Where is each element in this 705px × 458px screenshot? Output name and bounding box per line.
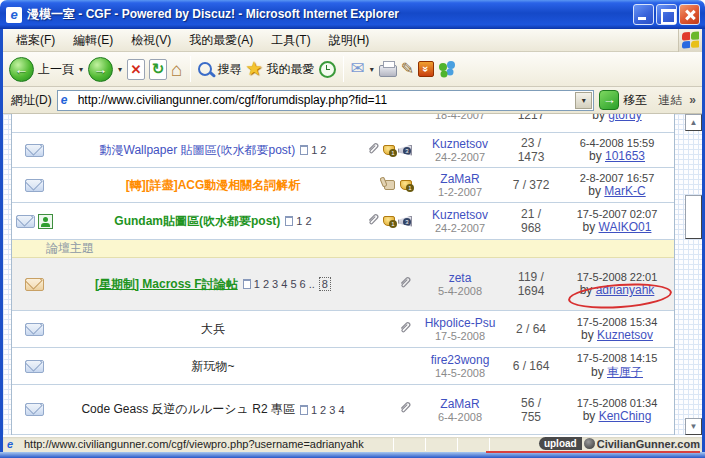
address-input[interactable]: http://www.civiliangunner.com/cgf/forumd…: [57, 90, 595, 111]
address-dropdown-button[interactable]: [575, 92, 592, 109]
thread-pagination[interactable]: 1 2: [300, 144, 326, 156]
thread-title-link[interactable]: [星期制] Macross F討論帖: [95, 276, 238, 293]
home-button[interactable]: [171, 59, 182, 80]
go-arrow-icon: [599, 90, 619, 110]
back-button[interactable]: [9, 57, 34, 82]
menu-item-4[interactable]: 工具(T): [262, 30, 319, 51]
thread-title-link[interactable]: [轉][詳盡]ACG動漫相關名詞解析: [126, 177, 301, 194]
links-label[interactable]: 連結: [658, 92, 682, 109]
thread-start-date: 6-4-2008: [438, 411, 482, 423]
lastpost-author-link[interactable]: gtordy: [608, 114, 641, 122]
replies-views-value: 1217: [518, 114, 545, 122]
menu-item-2[interactable]: 檢視(V): [122, 30, 180, 51]
lastpost-author-link[interactable]: 車厘子: [607, 365, 643, 379]
mail-button[interactable]: [351, 60, 365, 78]
close-button[interactable]: [679, 4, 700, 25]
thread-author-link[interactable]: zeta: [449, 271, 472, 285]
replies-views-value: 21 /: [521, 207, 541, 221]
thread-author-cell: ZaMaR1-2-2007: [416, 172, 504, 198]
envelope-icon: [16, 215, 35, 228]
flashget-button[interactable]: [418, 61, 434, 77]
watermark-upload-label: upload: [539, 437, 582, 450]
forum-thread-table: 18-4-20071217by gtordy動漫Wallpaper 貼圖區(吹水…: [11, 114, 675, 435]
thread-author-link[interactable]: ZaMaR: [440, 397, 479, 411]
page-numbers[interactable]: 1 2: [296, 215, 311, 227]
lastpost-date: 17-5-2008 15:34: [577, 316, 658, 328]
thread-author-link[interactable]: Kuznetsov: [432, 208, 488, 222]
favorites-icon[interactable]: [246, 59, 263, 79]
thread-pagination[interactable]: 1 2 3 4: [300, 404, 345, 416]
mail-dropdown-icon[interactable]: [370, 65, 374, 74]
thread-author-link[interactable]: Hkpolice-Psu: [425, 316, 496, 330]
links-chevron-icon[interactable]: »: [689, 93, 696, 107]
lastpost-author-link[interactable]: MarK-C: [604, 184, 645, 198]
thread-author-link[interactable]: Kuznetsov: [432, 137, 488, 151]
page-number-focused[interactable]: 8: [319, 277, 331, 291]
window-body: 檔案(F)編輯(E)檢視(V)我的最愛(A)工具(T)說明(H) 上一頁 搜尋 …: [0, 29, 705, 452]
lastpost-date: 6-4-2008 15:59: [580, 137, 655, 149]
back-dropdown-icon[interactable]: [79, 65, 83, 74]
thread-title-link[interactable]: 大兵: [201, 321, 225, 338]
thread-pagination[interactable]: 1 2: [285, 215, 311, 227]
status-bar: http://www.civiliangunner.com/cgf/viewpr…: [3, 435, 702, 452]
page-numbers[interactable]: 1 2 3 4: [311, 404, 345, 416]
print-button[interactable]: [379, 65, 397, 77]
thread-title-link[interactable]: 動漫Wallpaper 貼圖區(吹水都要post): [100, 142, 296, 159]
edit-button[interactable]: [401, 60, 414, 78]
replies-views-value: 1694: [518, 284, 545, 298]
toolbar-separator: [343, 56, 344, 82]
forward-button[interactable]: [88, 57, 113, 82]
lastpost-date: 17-5-2007 02:07: [577, 208, 658, 220]
menu-item-0[interactable]: 檔案(F): [7, 30, 64, 51]
refresh-button[interactable]: [149, 59, 167, 80]
replies-views-value: 7 / 372: [513, 178, 550, 192]
horn-icon: [398, 145, 412, 156]
back-button-label[interactable]: 上一頁: [38, 61, 74, 78]
page-numbers[interactable]: 1 2: [311, 144, 326, 156]
thread-title-link[interactable]: Code Geass 反逆のルルーシュ R2 專區: [81, 401, 294, 418]
thread-pagination[interactable]: 1 2 3 4 5 6 ..8: [243, 277, 331, 291]
menu-items: 檔案(F)編輯(E)檢視(V)我的最愛(A)工具(T)說明(H): [7, 30, 678, 51]
lastpost-author-link[interactable]: Kuznetsov: [597, 328, 653, 342]
address-url-text[interactable]: http://www.civiliangunner.com/cgf/forumd…: [78, 93, 576, 107]
page-numbers[interactable]: 1 2 3 4 5 6 ..: [254, 278, 315, 290]
vertical-scrollbar[interactable]: [685, 114, 702, 435]
history-button[interactable]: [319, 61, 336, 78]
go-button[interactable]: 移至: [599, 90, 647, 110]
lastpost-author-link[interactable]: 101653: [605, 149, 645, 163]
scroll-up-button[interactable]: [685, 114, 702, 131]
thread-author-link[interactable]: fire23wong: [431, 353, 490, 367]
thread-title-link[interactable]: Gundam貼圖區(吹水都要post): [114, 213, 280, 230]
paperclip-icon: [366, 212, 380, 231]
scroll-down-button[interactable]: [685, 418, 702, 435]
messenger-button[interactable]: [438, 61, 456, 77]
menu-bar: 檔案(F)編輯(E)檢視(V)我的最愛(A)工具(T)說明(H): [3, 29, 702, 52]
title-bar[interactable]: 漫模一室 - CGF - Powered by Discuz! - Micros…: [0, 0, 705, 29]
thread-author-link[interactable]: ZaMaR: [440, 172, 479, 186]
lastpost-author-link[interactable]: WAIKO01: [599, 220, 652, 234]
menu-item-5[interactable]: 說明(H): [320, 30, 379, 51]
search-icon[interactable]: [198, 62, 212, 76]
scrollbar-thumb[interactable]: [685, 195, 702, 239]
thread-replies-views-cell: 7 / 372: [504, 178, 558, 192]
thread-replies-views-cell: 21 /968: [504, 207, 558, 235]
lastpost-author-link[interactable]: KenChing: [599, 409, 652, 423]
envelope-icon: [25, 323, 44, 336]
forward-dropdown-icon[interactable]: [118, 65, 122, 74]
thread-title-link[interactable]: 新玩物~: [191, 358, 234, 375]
lastpost-author-link[interactable]: adrianyahk: [596, 283, 655, 297]
maximize-button[interactable]: [656, 4, 677, 25]
favorites-button-label[interactable]: 我的最愛: [267, 61, 315, 78]
menu-item-3[interactable]: 我的最愛(A): [180, 30, 262, 51]
minimize-button[interactable]: [633, 4, 654, 25]
stop-button[interactable]: [127, 59, 145, 80]
thread-title-cell: Gundam貼圖區(吹水都要post)1 2: [56, 213, 352, 230]
envelope-icon: [25, 360, 44, 373]
search-button-label[interactable]: 搜尋: [218, 61, 242, 78]
picture-attachment-icon: [38, 214, 53, 229]
paperclip-icon: [398, 275, 412, 294]
thread-author-cell: Hkpolice-Psu17-5-2008: [416, 316, 504, 342]
lastpost-date: 17-5-2008 14:15: [577, 352, 658, 364]
menu-item-1[interactable]: 編輯(E): [64, 30, 122, 51]
thread-row: 新玩物~fire23wong14-5-20086 / 16417-5-2008 …: [12, 348, 674, 385]
